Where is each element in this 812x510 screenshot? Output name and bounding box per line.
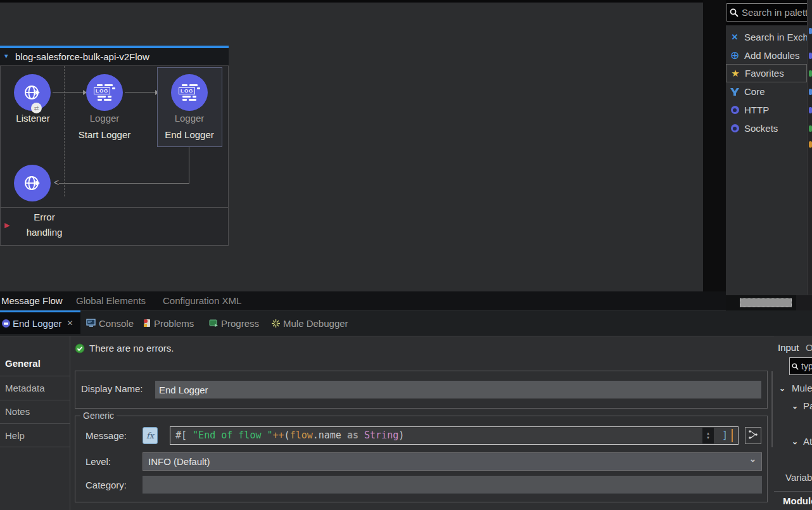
sidebar-item-notes[interactable]: Notes bbox=[5, 406, 30, 417]
palette-hscrollbar[interactable] bbox=[726, 295, 796, 311]
palette-item-sockets[interactable]: Sockets bbox=[726, 119, 807, 137]
tab-output[interactable]: Output bbox=[806, 342, 812, 353]
category-label: Category: bbox=[86, 480, 127, 490]
console-icon bbox=[86, 319, 96, 328]
circle-plus-icon: ⊕ bbox=[730, 51, 740, 61]
palette-hscrollbar-gutter bbox=[796, 295, 812, 311]
tree-item-mule-message[interactable]: Mule Message bbox=[792, 383, 812, 393]
expression-graph-icon bbox=[748, 430, 758, 440]
top-divider bbox=[0, 0, 726, 3]
error-handling-section[interactable]: ▶ Error handling bbox=[0, 207, 229, 246]
palette-search-box[interactable] bbox=[726, 3, 812, 22]
palette-search-input[interactable] bbox=[740, 6, 812, 18]
text-caret bbox=[732, 429, 733, 442]
datasense-search-input[interactable] bbox=[800, 360, 812, 372]
message-label: Message: bbox=[86, 430, 127, 441]
datasense-search-box[interactable] bbox=[789, 357, 812, 375]
progress-icon bbox=[209, 319, 219, 327]
tab-problems[interactable]: Problems bbox=[142, 310, 194, 336]
tab-end-logger[interactable]: End Logger ✕ bbox=[0, 310, 80, 334]
message-expression-field[interactable]: #[ "End of flow "++(flow.name as String)… bbox=[170, 426, 739, 445]
search-icon bbox=[730, 8, 739, 17]
end-logger-type-label: Logger bbox=[158, 113, 221, 124]
palette-item-add-modules[interactable]: ⊕ Add Modules bbox=[726, 46, 807, 65]
tab-message-flow[interactable]: Message Flow bbox=[1, 291, 63, 310]
expression-spinner[interactable]: ▲ ▼ bbox=[702, 428, 714, 443]
display-name-input[interactable] bbox=[155, 381, 761, 398]
debugger-icon bbox=[271, 319, 281, 328]
sidebar-item-general[interactable]: General bbox=[5, 358, 41, 369]
expression-fx-button[interactable]: fx bbox=[143, 427, 158, 444]
generic-group: Generic Message: fx #[ "End of flow "++(… bbox=[75, 416, 768, 502]
palette-item-label: Search in Exchange bbox=[744, 32, 807, 42]
tab-console[interactable]: Console bbox=[86, 310, 134, 336]
sidebar-item-metadata[interactable]: Metadata bbox=[5, 383, 45, 393]
tab-label: Problems bbox=[154, 318, 194, 329]
mule-palette: ✕ Search in Exchange ⊕ Add Modules ★ Fav… bbox=[726, 0, 812, 314]
listener-label: Listener bbox=[1, 113, 65, 124]
star-icon: ★ bbox=[730, 68, 740, 79]
properties-sidebar: General Metadata Notes Help bbox=[0, 336, 70, 510]
properties-panel: General Metadata Notes Help There are no… bbox=[0, 336, 774, 510]
category-input[interactable] bbox=[143, 476, 762, 494]
start-logger-node[interactable]: LOG bbox=[86, 74, 123, 111]
validation-status: There are no errors. bbox=[75, 343, 174, 354]
tab-global-elements[interactable]: Global Elements bbox=[76, 291, 146, 310]
dataweave-expression: #[ "End of flow "++(flow.name as String) bbox=[175, 427, 404, 443]
flow-canvas[interactable]: ▾ blog-salesforce-bulk-api-v2Flow < bbox=[0, 0, 703, 291]
tree-chevron-icon[interactable]: ⌄ bbox=[792, 402, 798, 411]
tree-item-variables[interactable]: Variables bbox=[785, 472, 812, 483]
sidebar-item-help[interactable]: Help bbox=[5, 430, 25, 441]
expression-toggle-button[interactable] bbox=[745, 427, 761, 444]
palette-second-column-edge bbox=[807, 0, 812, 295]
return-arrowhead-icon: < bbox=[54, 177, 59, 188]
level-value: INFO (Default) bbox=[148, 453, 210, 470]
http-connector-icon bbox=[730, 105, 740, 115]
palette-item-search-in-exchange[interactable]: ✕ Search in Exchange bbox=[726, 28, 807, 46]
palette-item-label: Add Modules bbox=[744, 50, 800, 61]
flow-container[interactable]: ▾ blog-salesforce-bulk-api-v2Flow < bbox=[0, 46, 229, 246]
spinner-down-icon[interactable]: ▼ bbox=[706, 436, 710, 440]
palette-item-core[interactable]: Core bbox=[726, 82, 807, 101]
datasense-separator bbox=[774, 491, 812, 492]
listener-response-node[interactable] bbox=[14, 165, 51, 201]
display-name-group: Display Name: bbox=[75, 371, 768, 409]
spinner-up-icon[interactable]: ▲ bbox=[706, 431, 710, 436]
chevron-down-icon: ⌄ bbox=[749, 454, 756, 464]
level-select[interactable]: INFO (Default) ⌄ bbox=[143, 452, 762, 471]
tree-item-payload[interactable]: Payload bbox=[803, 400, 812, 411]
tree-chevron-icon[interactable]: ⌄ bbox=[779, 384, 785, 393]
generic-group-legend: Generic bbox=[80, 411, 117, 421]
palette-item-http[interactable]: HTTP bbox=[726, 101, 807, 119]
flow-lane-divider bbox=[64, 66, 65, 196]
tab-input[interactable]: Input bbox=[778, 342, 799, 353]
tab-label: Progress bbox=[221, 318, 259, 329]
tab-progress[interactable]: Progress bbox=[209, 310, 259, 336]
mule-core-icon bbox=[730, 87, 740, 97]
no-errors-check-icon bbox=[75, 343, 85, 354]
flow-title: blog-salesforce-bulk-api-v2Flow bbox=[15, 48, 149, 65]
tab-mule-debugger[interactable]: Mule Debugger bbox=[271, 310, 348, 336]
close-icon[interactable]: ✕ bbox=[67, 319, 73, 328]
globe-icon bbox=[22, 172, 43, 194]
tree-chevron-icon[interactable]: ⌄ bbox=[792, 437, 798, 446]
status-text: There are no errors. bbox=[89, 343, 174, 354]
palette-item-label: HTTP bbox=[744, 105, 769, 115]
level-label: Level: bbox=[86, 456, 111, 467]
editor-palette-splitter[interactable] bbox=[703, 0, 726, 291]
flow-collapse-icon[interactable]: ▾ bbox=[4, 52, 8, 60]
problems-icon bbox=[142, 319, 151, 328]
logger-icon: LOG bbox=[94, 84, 115, 101]
listener-response-badge: ⇄ bbox=[31, 103, 42, 113]
tab-configuration-xml[interactable]: Configuration XML bbox=[163, 291, 241, 310]
tree-item-attributes[interactable]: Attributes bbox=[803, 436, 812, 447]
datasense-footer-label: Module bbox=[783, 495, 812, 506]
palette-hscrollbar-thumb[interactable] bbox=[740, 298, 792, 307]
properties-scrollbar[interactable] bbox=[771, 371, 773, 447]
end-logger-node[interactable]: LOG bbox=[171, 74, 208, 111]
palette-item-favorites[interactable]: ★ Favorites bbox=[726, 64, 807, 82]
flow-title-bar[interactable]: ▾ blog-salesforce-bulk-api-v2Flow bbox=[0, 48, 229, 66]
globe-icon bbox=[22, 82, 43, 103]
sockets-connector-icon bbox=[730, 124, 740, 134]
end-logger-name-label: End Logger bbox=[158, 129, 221, 140]
